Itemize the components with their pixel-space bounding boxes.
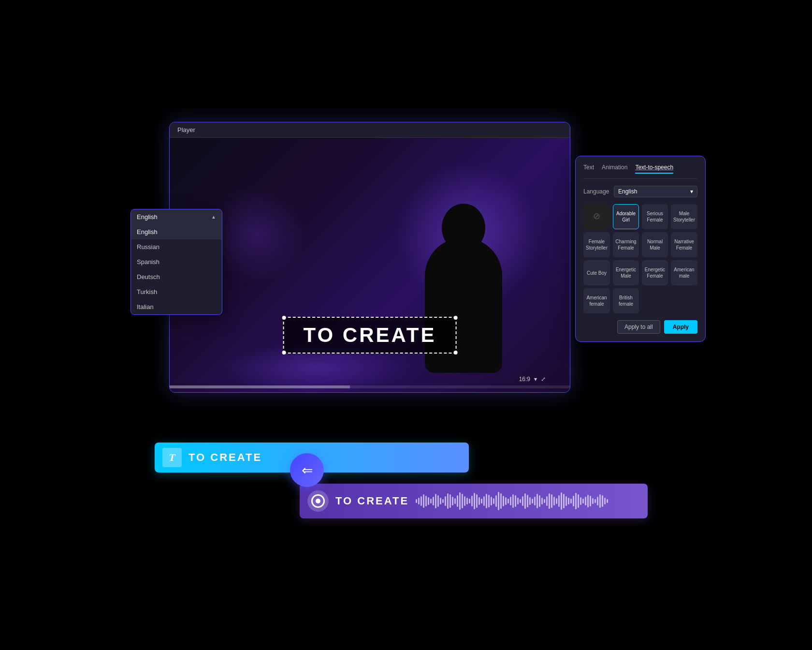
waveform-bar	[510, 497, 511, 505]
voice-card-serious-female[interactable]: Serious Female	[642, 204, 668, 229]
voice-card-british-female[interactable]: British female	[613, 288, 639, 313]
waveform-bar	[544, 499, 545, 503]
audio-icon-inner	[311, 494, 325, 508]
tts-language-row: Language English ▾	[583, 186, 697, 197]
player-video: TO CREATE 16:9 ▾ ⤢	[170, 138, 570, 392]
waveform-bar	[452, 497, 453, 505]
dropdown-item-deutsch[interactable]: Deutsch	[131, 269, 222, 284]
waveform-bar	[604, 498, 606, 504]
waveform-bar	[450, 494, 451, 508]
waveform-bar	[563, 494, 565, 508]
fullscreen-icon[interactable]: ⤢	[541, 376, 546, 383]
dropdown-selected-value: English	[137, 213, 158, 221]
waveform-bar	[488, 495, 490, 507]
audio-track-label: TO CREATE	[335, 495, 409, 507]
waveform-bar	[418, 498, 420, 504]
waveform-bar	[551, 494, 552, 508]
waveform-bar	[508, 499, 509, 503]
tts-tabs: Text Animation Text-to-speech	[583, 164, 697, 179]
tab-text-to-speech[interactable]: Text-to-speech	[635, 164, 673, 174]
dropdown-item-spanish[interactable]: Spanish	[131, 254, 222, 269]
language-select[interactable]: English ▾	[614, 186, 697, 197]
language-select-arrow: ▾	[690, 188, 693, 195]
dropdown-arrow-icon: ▲	[211, 214, 216, 220]
waveform-bar	[602, 495, 603, 507]
tab-animation[interactable]: Animation	[602, 164, 627, 174]
voice-card-female-storyteller[interactable]: Female Storyteller	[583, 232, 610, 257]
waveform-bar	[532, 499, 533, 503]
audio-track-bar: TO CREATE	[300, 484, 648, 518]
waveform-bar	[580, 497, 581, 505]
waveform-bar	[553, 497, 555, 505]
voice-card-charming-female[interactable]: Charming Female	[613, 232, 639, 257]
waveform-bar	[570, 499, 572, 503]
corner-tr	[453, 316, 457, 320]
waveform-bar	[539, 495, 540, 507]
tts-actions: Apply to all Apply	[583, 320, 697, 334]
waveform-bar	[503, 496, 504, 506]
language-select-value: English	[618, 188, 637, 195]
waveform-bar	[512, 494, 514, 508]
waveform-bar	[541, 498, 543, 504]
waveform-bar	[556, 498, 557, 504]
voice-card-american-male[interactable]: American male	[671, 260, 697, 285]
waveform-bar	[590, 496, 591, 506]
tab-text[interactable]: Text	[583, 164, 594, 174]
voice-card-male-storyteller[interactable]: Male Storyteller	[671, 204, 697, 229]
waveform-bar	[500, 493, 502, 509]
waveform-bar	[524, 493, 526, 509]
audio-track-icon	[307, 490, 329, 512]
waveform-bar	[464, 496, 465, 506]
apply-all-button[interactable]: Apply to all	[617, 320, 660, 334]
waveform-bar	[546, 496, 548, 506]
waveform-bar	[420, 496, 422, 506]
waveform-bar	[454, 498, 456, 504]
video-glow-left	[208, 186, 305, 283]
dropdown-item-turkish[interactable]: Turkish	[131, 284, 222, 299]
waveform-bar	[440, 498, 441, 504]
player-titlebar: Player	[170, 122, 570, 138]
voice-card-energetic-male[interactable]: Energetic Male	[613, 260, 639, 285]
voice-grid-spacer2	[671, 288, 697, 313]
convert-button[interactable]: ⇐	[290, 453, 324, 487]
waveform-bar	[566, 496, 567, 506]
language-dropdown[interactable]: English ▲ English Russian Spanish Deutsc…	[130, 209, 222, 315]
waveform-bar	[425, 496, 427, 506]
corner-br	[453, 351, 457, 355]
waveform-bar	[445, 496, 446, 506]
voice-card-energetic-female[interactable]: Energetic Female	[642, 260, 668, 285]
dropdown-item-italian[interactable]: Italian	[131, 299, 222, 314]
waveform-bar	[457, 495, 458, 507]
waveform-bar	[459, 492, 461, 510]
waveform-bar	[493, 498, 494, 504]
waveform-bar	[428, 497, 429, 505]
waveform-bar	[599, 494, 601, 508]
ratio-value: 16:9	[519, 376, 530, 383]
waveform-bar	[536, 494, 538, 508]
waveform-bar	[527, 495, 528, 507]
voice-card-none[interactable]: ⊘	[583, 204, 610, 229]
corner-bl	[282, 351, 286, 355]
language-label: Language	[583, 188, 610, 195]
voice-card-cute-boy[interactable]: Cute Boy	[583, 260, 610, 285]
player-timeline[interactable]	[170, 385, 570, 388]
waveform-bar	[437, 495, 439, 507]
voice-card-american-female[interactable]: American female	[583, 288, 610, 313]
voice-card-narrative-female[interactable]: Narrative Female	[671, 232, 697, 257]
dropdown-header[interactable]: English ▲	[131, 209, 222, 224]
waveform-bar	[483, 496, 485, 506]
text-overlay-box[interactable]: TO CREATE	[283, 317, 457, 354]
waveform-bar	[416, 499, 417, 503]
waveform-bar	[430, 499, 432, 503]
voice-card-adorable-girl[interactable]: Adorable Girl	[613, 204, 639, 229]
convert-arrow-icon: ⇐	[302, 462, 313, 478]
waveform-bar	[495, 495, 497, 507]
no-voice-icon: ⊘	[593, 211, 600, 222]
voice-card-normal-male[interactable]: Normal Male	[642, 232, 668, 257]
dropdown-item-russian[interactable]: Russian	[131, 239, 222, 254]
waveform-bar	[486, 494, 487, 508]
waveform-bar	[491, 497, 492, 505]
apply-button[interactable]: Apply	[664, 320, 697, 334]
dropdown-item-english[interactable]: English	[131, 224, 222, 239]
waveform-bar	[442, 499, 444, 503]
